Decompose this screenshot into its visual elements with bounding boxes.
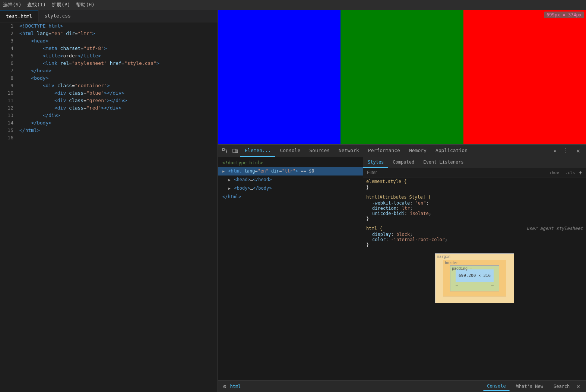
line-number: 9 — [3, 82, 13, 89]
style-rule-html-ua-header: html { user agent stylesheet — [366, 226, 583, 232]
styles-subtab-styles[interactable]: Styles — [363, 157, 388, 168]
style-prop-unicode-bidi: unicode-bidi: isolate; — [366, 211, 583, 216]
line-number: 3 — [3, 37, 13, 45]
line-number: 10 — [3, 89, 13, 97]
filter-hov-btn[interactable]: :hov — [547, 170, 561, 176]
style-prop-locale: -webkit-locale: "en"; — [366, 200, 583, 206]
menu-bar: 选择(S) 查找(I) 扩展(P) 帮助(H) — [0, 0, 586, 10]
dom-line[interactable]: ▶ <body>…</body> — [218, 184, 363, 193]
dom-line[interactable]: ▶ <html lang="en" dir="ltr"> == $0 — [218, 167, 363, 176]
devtools-tab-elemen---[interactable]: Elemen... — [240, 145, 275, 157]
code-line: 15</html> — [0, 127, 218, 134]
devtools-bottom-close[interactable]: ✕ — [573, 380, 583, 392]
styles-subtabs: StylesComputedEvent Listeners — [363, 157, 586, 168]
styles-add-rule-btn[interactable]: + — [577, 169, 584, 176]
styles-filter-btns: :hov .cls — [547, 170, 577, 176]
padding-label: padding – — [452, 266, 472, 271]
devtools-close-icon[interactable]: ✕ — [573, 145, 583, 157]
box-model-section: margin – border – padding – — [366, 253, 583, 303]
box-content-size: 699.200 × 316 — [459, 273, 491, 278]
code-line: 14 </body> — [0, 119, 218, 127]
box-padding-sides: – – — [456, 282, 494, 287]
code-content: </html> — [19, 127, 215, 134]
menu-extend[interactable]: 扩展(P) — [52, 1, 70, 8]
menu-help[interactable]: 帮助(H) — [76, 1, 94, 8]
devtools-more-tabs[interactable]: » — [551, 145, 558, 157]
menu-find[interactable]: 查找(I) — [27, 1, 45, 8]
padding-right: – — [491, 282, 494, 287]
line-number: 11 — [3, 97, 13, 104]
code-line: 9 <div class="container"> — [0, 82, 218, 89]
margin-label: margin — [437, 255, 450, 259]
code-content: <!DOCTYPE html> — [19, 22, 215, 30]
styles-subtab-event listeners[interactable]: Event Listeners — [419, 157, 468, 168]
inspect-icon[interactable] — [219, 145, 230, 157]
dom-line[interactable]: <!doctype html> — [218, 159, 363, 167]
code-content: <div class="red"></div> — [19, 104, 215, 112]
style-prop-color: color: -internal-root-color; — [366, 237, 583, 242]
code-line: 5 <title>order</title> — [0, 52, 218, 60]
svg-rect-3 — [236, 150, 238, 153]
code-content: <div class="container"> — [19, 82, 215, 89]
styles-panel: StylesComputedEvent Listeners :hov .cls … — [363, 157, 586, 380]
svg-line-1 — [226, 149, 227, 153]
bottom-breadcrumb: html — [228, 383, 483, 390]
green-box — [340, 10, 463, 144]
devtools-tab-application[interactable]: Application — [431, 145, 472, 157]
bottom-tab-what's-new[interactable]: What's New — [513, 382, 547, 391]
box-border: border – padding – 699.200 × 316 — [443, 260, 506, 297]
style-selector-html-ua: html { — [366, 226, 382, 231]
padding-left: – — [456, 282, 458, 287]
devtools-settings-icon[interactable]: ⚙ — [221, 380, 228, 392]
tab-style-css[interactable]: style.css — [38, 10, 77, 22]
code-line: 13 </div> — [0, 112, 218, 119]
line-number: 15 — [3, 127, 13, 134]
bottom-tabs: ConsoleWhat's NewSearch — [483, 382, 573, 391]
device-toolbar-icon[interactable] — [230, 145, 240, 157]
devtools-menu-icon[interactable]: ⋮ — [560, 145, 572, 157]
styles-filter-bar: :hov .cls + — [363, 168, 586, 177]
menu-select[interactable]: 选择(S) — [3, 1, 21, 8]
browser-viewport: 699px × 374px — [218, 10, 586, 144]
right-panel: 699px × 374px Elemen...ConsoleSourcesNet… — [218, 10, 586, 392]
code-line: 11 <div class="green"></div> — [0, 97, 218, 104]
bottom-tab-search[interactable]: Search — [550, 382, 573, 391]
bottom-tab-console[interactable]: Console — [483, 382, 510, 391]
svg-rect-2 — [233, 149, 236, 153]
viewport-size: 699px × 374px — [544, 12, 584, 18]
line-number: 5 — [3, 52, 13, 60]
style-source-ua: user agent stylesheet — [526, 226, 583, 232]
devtools-tab-memory[interactable]: Memory — [405, 145, 431, 157]
filter-cls-btn[interactable]: .cls — [563, 170, 577, 176]
styles-content: element.style { } html[Attributes Style]… — [363, 177, 586, 380]
devtools-close-area: ⋮ ✕ — [558, 145, 585, 157]
tab-test-html[interactable]: test.html — [0, 10, 38, 22]
style-selector: element.style { — [366, 179, 583, 184]
devtools-tab-performance[interactable]: Performance — [364, 145, 405, 157]
code-content: <html lang="en" dir="ltr"> — [19, 30, 215, 37]
devtools-tab-network[interactable]: Network — [334, 145, 364, 157]
devtools-tabs: Elemen...ConsoleSourcesNetworkPerformanc… — [240, 145, 551, 157]
dom-line[interactable]: </html> — [218, 193, 363, 201]
breadcrumb-html[interactable]: html — [228, 383, 242, 390]
dom-line[interactable]: ▶ <head>…</head> — [218, 176, 363, 184]
code-line: 7 </head> — [0, 67, 218, 75]
code-content: </head> — [19, 67, 215, 75]
styles-subtab-computed[interactable]: Computed — [388, 157, 419, 168]
line-number: 2 — [3, 30, 13, 37]
devtools-bottom: ⚙ html ConsoleWhat's NewSearch ✕ — [218, 380, 586, 392]
box-padding: padding – 699.200 × 316 – – — [450, 265, 499, 291]
code-content: </div> — [19, 112, 215, 119]
code-line: 6 <link rel="stylesheet" href="style.css… — [0, 60, 218, 67]
line-number: 6 — [3, 60, 13, 67]
devtools-tab-console[interactable]: Console — [275, 145, 305, 157]
style-prop-direction: direction: ltr; — [366, 206, 583, 211]
code-content: <link rel="stylesheet" href="style.css"> — [19, 60, 215, 67]
devtools-tab-sources[interactable]: Sources — [305, 145, 334, 157]
code-line: 10 <div class="blue"></div> — [0, 89, 218, 97]
code-line: 8 <body> — [0, 75, 218, 82]
dom-panel: <!doctype html>▶ <html lang="en" dir="lt… — [218, 157, 363, 380]
code-content: <meta charset="utf-8"> — [19, 45, 215, 52]
styles-filter-input[interactable] — [365, 169, 547, 176]
box-content: 699.200 × 316 — [456, 269, 494, 282]
